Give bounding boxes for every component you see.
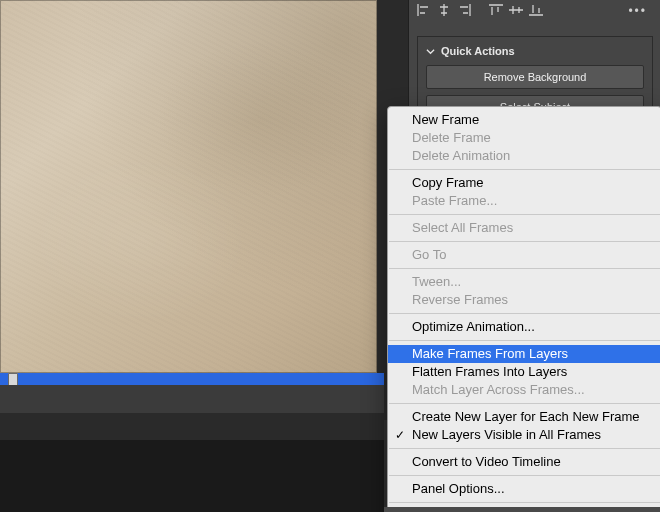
menu-select-all-frames: Select All Frames — [388, 219, 660, 237]
timeline-track[interactable] — [0, 385, 410, 413]
check-icon: ✓ — [395, 426, 405, 444]
menu-paste-frame: Paste Frame... — [388, 192, 660, 210]
canvas-area — [0, 0, 384, 440]
menu-go-to: Go To — [388, 246, 660, 264]
menu-separator — [389, 502, 660, 503]
menu-make-frames-from-layers[interactable]: Make Frames From Layers — [388, 345, 660, 363]
remove-background-button[interactable]: Remove Background — [426, 65, 644, 89]
timeline-panel-menu: New Frame Delete Frame Delete Animation … — [387, 106, 660, 512]
menu-item-label: New Layers Visible in All Frames — [412, 427, 601, 442]
menu-create-new-layer[interactable]: Create New Layer for Each New Frame — [388, 408, 660, 426]
menu-panel-options[interactable]: Panel Options... — [388, 480, 660, 498]
align-center-v-icon[interactable] — [509, 4, 523, 16]
menu-match-layer-across-frames: Match Layer Across Frames... — [388, 381, 660, 399]
menu-delete-animation: Delete Animation — [388, 147, 660, 165]
menu-new-frame[interactable]: New Frame — [388, 111, 660, 129]
align-center-h-icon[interactable] — [437, 4, 451, 16]
menu-separator — [389, 241, 660, 242]
chevron-down-icon — [426, 47, 435, 56]
menu-convert-to-video-timeline[interactable]: Convert to Video Timeline — [388, 453, 660, 471]
menu-delete-frame: Delete Frame — [388, 129, 660, 147]
menu-copy-frame[interactable]: Copy Frame — [388, 174, 660, 192]
align-bottom-icon[interactable] — [529, 4, 543, 16]
panel-footer-strip — [384, 507, 660, 512]
menu-separator — [389, 403, 660, 404]
menu-new-layers-visible[interactable]: ✓New Layers Visible in All Frames — [388, 426, 660, 444]
align-left-icon[interactable] — [417, 4, 431, 16]
menu-separator — [389, 340, 660, 341]
align-row: ••• — [409, 0, 660, 18]
menu-separator — [389, 268, 660, 269]
menu-optimize-animation[interactable]: Optimize Animation... — [388, 318, 660, 336]
menu-flatten-frames-into-layers[interactable]: Flatten Frames Into Layers — [388, 363, 660, 381]
menu-separator — [389, 169, 660, 170]
align-more-icon[interactable]: ••• — [628, 4, 653, 18]
timeline-scrollbar[interactable] — [0, 373, 410, 385]
align-right-icon[interactable] — [457, 4, 471, 16]
menu-separator — [389, 475, 660, 476]
menu-separator — [389, 214, 660, 215]
menu-separator — [389, 313, 660, 314]
menu-separator — [389, 448, 660, 449]
document-canvas[interactable] — [0, 0, 377, 373]
quick-actions-header[interactable]: Quick Actions — [426, 45, 644, 57]
quick-actions-label: Quick Actions — [441, 45, 515, 57]
menu-tween: Tween... — [388, 273, 660, 291]
menu-reverse-frames: Reverse Frames — [388, 291, 660, 309]
align-top-icon[interactable] — [489, 4, 503, 16]
